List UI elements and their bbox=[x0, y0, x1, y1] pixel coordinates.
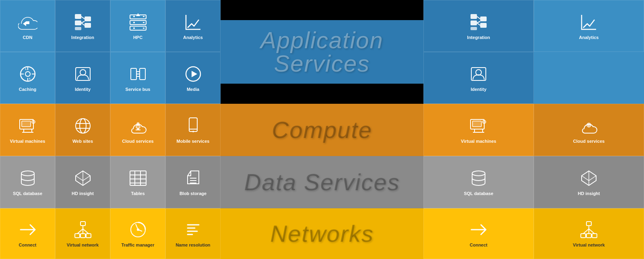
tile-vnet-right[interactable]: Virtual network bbox=[534, 208, 644, 259]
svg-line-83 bbox=[83, 229, 89, 234]
svg-point-18 bbox=[25, 72, 30, 76]
blob-label: Blob storage bbox=[178, 191, 208, 196]
identity-right-label: Identity bbox=[469, 87, 488, 92]
svg-rect-4 bbox=[85, 23, 91, 28]
svg-line-95 bbox=[583, 229, 589, 234]
tile-cloud-services[interactable]: Cloud services bbox=[110, 104, 165, 156]
app-center: Application Services bbox=[221, 0, 423, 104]
tile-blob[interactable]: Blob storage bbox=[165, 156, 221, 208]
svg-rect-33 bbox=[471, 21, 477, 25]
tile-integration-right[interactable]: Integration bbox=[423, 0, 534, 52]
tile-sql-right[interactable]: SQL database bbox=[423, 156, 534, 208]
network-right-panel: Connect Virtual network bbox=[423, 208, 644, 259]
compute-title: Compute bbox=[272, 118, 372, 142]
cloud-services-right-label: Cloud services bbox=[572, 139, 606, 144]
svg-marker-31 bbox=[192, 71, 197, 77]
svg-point-57 bbox=[192, 131, 194, 132]
tile-sql[interactable]: SQL database bbox=[0, 156, 55, 208]
tile-dns[interactable]: Name resolution bbox=[165, 208, 221, 259]
data-left-panel: SQL database HD insight bbox=[0, 156, 221, 208]
svg-rect-79 bbox=[86, 234, 91, 238]
tile-caching[interactable]: Caching bbox=[0, 52, 55, 104]
app-center-title: Application Services bbox=[221, 20, 423, 84]
networks-row: Connect Virtual network bbox=[0, 208, 644, 259]
sql-right-label: SQL database bbox=[462, 191, 495, 196]
caching-label: Caching bbox=[17, 87, 38, 92]
data-row: SQL database HD insight bbox=[0, 156, 644, 208]
vm-right-label: Virtual machines bbox=[459, 139, 498, 144]
app-top-bar bbox=[221, 0, 423, 20]
tile-vnet[interactable]: Virtual network bbox=[55, 208, 110, 259]
tile-analytics-right[interactable]: Analytics bbox=[534, 0, 644, 52]
app-services-row: CDN Integration bbox=[0, 0, 644, 104]
svg-line-5 bbox=[81, 16, 85, 19]
svg-point-24 bbox=[80, 70, 86, 75]
tile-hpc[interactable]: HPC bbox=[110, 0, 165, 52]
svg-rect-3 bbox=[85, 16, 91, 21]
svg-point-48 bbox=[76, 119, 90, 133]
svg-rect-76 bbox=[80, 222, 85, 226]
tile-hd[interactable]: HD insight bbox=[55, 156, 110, 208]
svg-rect-36 bbox=[480, 23, 487, 28]
svg-point-41 bbox=[476, 70, 481, 75]
web-label: Web sites bbox=[71, 139, 95, 144]
tile-mobile[interactable]: Mobile services bbox=[165, 104, 221, 156]
data-right-panel: SQL database HD insight bbox=[423, 156, 644, 208]
svg-rect-35 bbox=[480, 16, 487, 21]
dns-label: Name resolution bbox=[174, 243, 212, 247]
network-left-panel: Connect Virtual network bbox=[0, 208, 221, 259]
media-label: Media bbox=[185, 87, 201, 92]
svg-rect-0 bbox=[75, 14, 81, 19]
app-row2: Caching Identity bbox=[0, 52, 221, 104]
svg-rect-26 bbox=[140, 68, 145, 80]
svg-rect-1 bbox=[75, 21, 81, 25]
connect-label: Connect bbox=[17, 243, 38, 247]
tile-vm-right[interactable]: Virtual machines bbox=[423, 104, 534, 156]
svg-rect-90 bbox=[586, 222, 591, 226]
vnet-right-label: Virtual network bbox=[571, 243, 606, 247]
svg-rect-62 bbox=[473, 121, 481, 127]
svg-rect-92 bbox=[586, 234, 591, 238]
data-center: Data Services bbox=[221, 156, 423, 208]
tile-analytics[interactable]: Analytics bbox=[165, 0, 221, 52]
tile-traffic[interactable]: Traffic manager bbox=[110, 208, 165, 259]
svg-point-15 bbox=[133, 22, 135, 23]
compute-right-panel: Virtual machines Cloud services bbox=[423, 104, 644, 156]
svg-point-49 bbox=[80, 119, 86, 133]
svg-point-85 bbox=[137, 228, 139, 231]
tile-integration[interactable]: Integration bbox=[55, 0, 110, 52]
tile-cdn[interactable]: CDN bbox=[0, 0, 55, 52]
svg-line-7 bbox=[81, 23, 85, 25]
cloud-services-label: Cloud services bbox=[120, 139, 155, 144]
svg-rect-77 bbox=[75, 234, 80, 238]
traffic-label: Traffic manager bbox=[120, 243, 156, 247]
tile-identity-right[interactable]: Identity bbox=[423, 52, 534, 104]
sql-label: SQL database bbox=[11, 191, 44, 196]
networks-title: Networks bbox=[270, 222, 374, 245]
tile-cloud-services-right[interactable]: Cloud services bbox=[534, 104, 644, 156]
hpc-label: HPC bbox=[132, 35, 144, 40]
svg-point-14 bbox=[133, 16, 135, 17]
svg-point-47 bbox=[32, 120, 35, 123]
svg-line-81 bbox=[77, 229, 83, 234]
svg-rect-25 bbox=[131, 68, 136, 80]
tile-identity[interactable]: Identity bbox=[55, 52, 110, 104]
svg-point-63 bbox=[483, 120, 486, 123]
app-right-panel: Integration Analytics bbox=[423, 0, 644, 104]
svg-line-37 bbox=[477, 16, 480, 19]
vm-label: Virtual machines bbox=[8, 139, 47, 144]
tile-connect-right[interactable]: Connect bbox=[423, 208, 534, 259]
data-title: Data Services bbox=[244, 171, 400, 194]
tile-hd-right[interactable]: HD insight bbox=[534, 156, 644, 208]
tile-web[interactable]: Web sites bbox=[55, 104, 110, 156]
tile-service-bus[interactable]: Service bus bbox=[110, 52, 165, 104]
svg-point-16 bbox=[133, 27, 135, 29]
integration-right-label: Integration bbox=[466, 35, 492, 40]
tile-media[interactable]: Media bbox=[165, 52, 221, 104]
tile-vm[interactable]: Virtual machines bbox=[0, 104, 55, 156]
analytics-label: Analytics bbox=[182, 35, 204, 40]
tile-tables[interactable]: Tables bbox=[110, 156, 165, 208]
tile-connect[interactable]: Connect bbox=[0, 208, 55, 259]
svg-line-6 bbox=[81, 21, 85, 23]
app-bottom-bar bbox=[221, 84, 423, 104]
